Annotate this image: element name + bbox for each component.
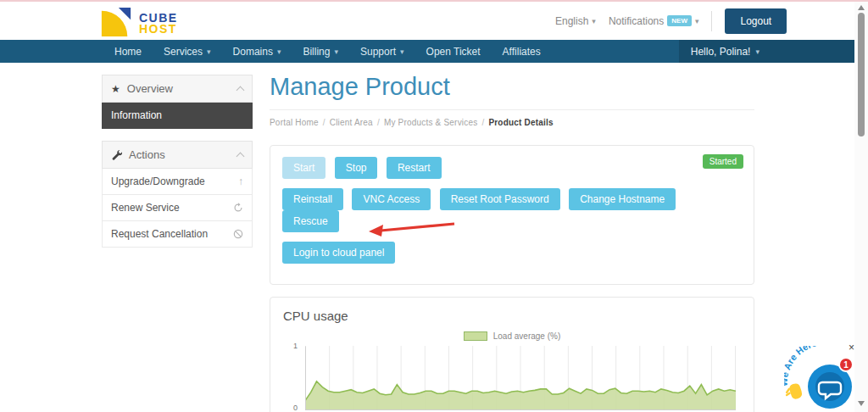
rescue-button[interactable]: Rescue xyxy=(282,210,339,232)
legend-label: Load average (%) xyxy=(493,331,561,341)
nav-item-label: Services xyxy=(164,46,203,58)
change-hostname-button[interactable]: Change Hostname xyxy=(569,188,676,210)
legend-swatch xyxy=(464,331,487,341)
wrench-icon xyxy=(111,149,122,160)
chart-title: CPU usage xyxy=(283,309,741,323)
panel-login-row: Login to cloud panel xyxy=(282,242,742,264)
stop-button[interactable]: Stop xyxy=(335,157,378,179)
start-button[interactable]: Start xyxy=(282,157,326,179)
sidebar-item-label: Request Cancellation xyxy=(111,228,208,240)
nav-item-open-ticket[interactable]: Open Ticket xyxy=(415,40,492,63)
breadcrumb-item[interactable]: Portal Home xyxy=(270,118,319,127)
breadcrumb-item[interactable]: My Products & Services xyxy=(384,118,478,127)
chevron-down-icon: ▾ xyxy=(334,47,338,56)
refresh-icon xyxy=(233,203,243,213)
breadcrumb-separator: / xyxy=(323,118,326,127)
breadcrumb-item-current: Product Details xyxy=(488,118,553,127)
nav-item-billing[interactable]: Billing▾ xyxy=(292,40,349,63)
chart-legend: Load average (%) xyxy=(283,331,741,341)
scroll-down-icon[interactable] xyxy=(858,401,865,406)
product-actions-panel: Started Start Stop Restart Reinstall VNC… xyxy=(270,145,754,285)
nav-item-label: Domains xyxy=(233,46,273,58)
chevron-down-icon: ▾ xyxy=(207,47,211,56)
sidebar-item-request-cancellation[interactable]: Request Cancellation xyxy=(102,221,253,248)
main-content: Manage Product Portal Home/Client Area/M… xyxy=(270,73,754,412)
management-buttons-row: Reinstall VNC Access Reset Root Password… xyxy=(282,188,742,232)
header-divider xyxy=(711,11,712,31)
logout-button[interactable]: Logout xyxy=(725,8,787,34)
vnc-access-button[interactable]: VNC Access xyxy=(352,188,431,210)
breadcrumb: Portal Home/Client Area/My Products & Se… xyxy=(270,118,754,127)
breadcrumb-item[interactable]: Client Area xyxy=(330,118,373,127)
actions-panel: Actions Upgrade/Downgrade ↑ Renew Servic… xyxy=(102,141,253,248)
chart-canvas xyxy=(305,346,736,410)
cubehost-logo-icon xyxy=(100,6,132,42)
logo-line2: HOST xyxy=(139,24,178,35)
nav-item-label: Home xyxy=(114,46,142,58)
sidebar-item-label: Upgrade/Downgrade xyxy=(111,175,205,187)
new-badge: NEW xyxy=(667,15,692,26)
chevron-up-icon xyxy=(236,152,245,160)
nav-item-home[interactable]: Home xyxy=(103,40,153,63)
chevron-down-icon: ▾ xyxy=(400,47,404,56)
notification-count-badge: 1 xyxy=(838,357,854,372)
arrow-up-icon: ↑ xyxy=(238,175,243,187)
language-label: English xyxy=(555,15,588,27)
language-dropdown[interactable]: English ▾ xyxy=(555,15,596,27)
nav-item-label: Support xyxy=(360,46,396,58)
nav-items: Home Services▾ Domains▾ Billing▾ Support… xyxy=(103,40,552,63)
actions-header[interactable]: Actions xyxy=(102,141,253,169)
notifications-label: Notifications xyxy=(609,15,664,27)
main-navigation: Home Services▾ Domains▾ Billing▾ Support… xyxy=(0,40,854,63)
header-right-controls: English ▾ Notifications NEW ▾ Logout xyxy=(555,2,787,40)
page-title: Manage Product xyxy=(270,73,754,110)
reset-root-password-button[interactable]: Reset Root Password xyxy=(440,188,560,210)
sidebar-item-renew-service[interactable]: Renew Service xyxy=(102,195,253,221)
chevron-down-icon: ▾ xyxy=(755,47,760,56)
status-badge: Started xyxy=(703,154,743,169)
breadcrumb-separator: / xyxy=(377,118,380,127)
sidebar-item-information[interactable]: Information xyxy=(102,103,253,129)
chevron-down-icon: ▾ xyxy=(277,47,281,56)
live-chat-widget[interactable]: × We Are Here! 1 xyxy=(784,342,859,412)
chevron-down-icon: ▾ xyxy=(695,17,699,25)
sidebar-item-upgrade-downgrade[interactable]: Upgrade/Downgrade ↑ xyxy=(102,169,253,195)
nav-item-label: Affiliates xyxy=(503,46,541,58)
notifications-dropdown[interactable]: Notifications NEW ▾ xyxy=(609,15,699,27)
cpu-usage-panel: CPU usage Load average (%) 10 09:03:4409… xyxy=(270,297,754,412)
waving-hand-icon xyxy=(784,380,804,402)
cubehost-logo[interactable]: CUBE HOST xyxy=(100,6,178,42)
scroll-up-icon[interactable] xyxy=(858,5,865,10)
overview-header[interactable]: ★ Overview xyxy=(102,75,253,103)
logo-text: CUBE HOST xyxy=(139,13,178,35)
nav-item-services[interactable]: Services▾ xyxy=(153,40,222,63)
ban-icon xyxy=(233,229,243,239)
y-axis-tick-label: 0 xyxy=(293,404,298,412)
nav-item-affiliates[interactable]: Affiliates xyxy=(492,40,552,63)
nav-item-label: Open Ticket xyxy=(426,46,481,58)
overview-panel: ★ Overview Information xyxy=(102,75,253,129)
chevron-up-icon xyxy=(236,86,245,94)
actions-title: Actions xyxy=(129,148,165,161)
sidebar-item-label: Renew Service xyxy=(111,202,180,214)
nav-item-label: Billing xyxy=(303,46,330,58)
nav-item-support[interactable]: Support▾ xyxy=(349,40,415,63)
restart-button[interactable]: Restart xyxy=(387,157,442,179)
y-axis-tick-label: 1 xyxy=(293,342,298,350)
overview-title: Overview xyxy=(127,82,173,95)
cpu-usage-chart: 10 xyxy=(305,346,736,410)
reinstall-button[interactable]: Reinstall xyxy=(282,188,343,210)
star-icon: ★ xyxy=(111,83,120,95)
user-menu[interactable]: Hello, Polina! ▾ xyxy=(679,40,854,63)
chevron-down-icon: ▾ xyxy=(592,17,596,25)
nav-item-domains[interactable]: Domains▾ xyxy=(222,40,292,63)
sidebar: ★ Overview Information Actions Upgrade/D… xyxy=(102,75,253,259)
breadcrumb-separator: / xyxy=(481,118,484,127)
top-header: CUBE HOST English ▾ Notifications NEW ▾ … xyxy=(0,2,854,40)
scrollbar-thumb[interactable] xyxy=(858,13,865,136)
power-buttons-row: Start Stop Restart xyxy=(282,157,742,179)
login-to-cloud-panel-button[interactable]: Login to cloud panel xyxy=(282,242,395,264)
user-greeting: Hello, Polina! xyxy=(691,46,751,58)
